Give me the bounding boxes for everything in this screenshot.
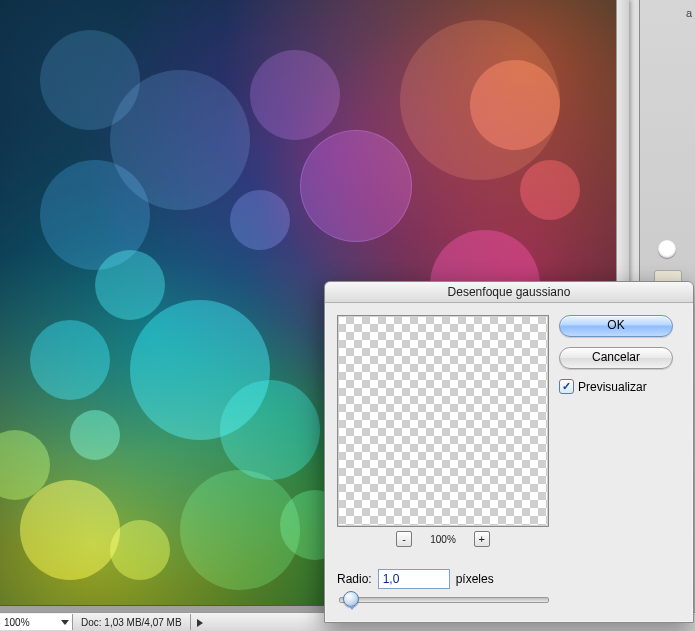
bokeh [110, 520, 170, 580]
zoom-out-button[interactable]: - [396, 531, 412, 547]
preview-zoom-controls: - 100% + [337, 531, 549, 547]
slider-track[interactable] [339, 597, 549, 603]
zoom-value: 100% [4, 617, 30, 628]
gaussian-blur-dialog: Desenfoque gaussiano - 100% + OK Cancela… [324, 281, 694, 623]
bokeh [520, 160, 580, 220]
slider-thumb[interactable] [343, 591, 359, 607]
bokeh [470, 60, 560, 150]
radius-unit: píxeles [456, 572, 494, 586]
doc-size-value: 1,03 MB/4,07 MB [104, 617, 181, 628]
ok-button[interactable]: OK [559, 315, 673, 337]
zoom-level[interactable]: 100% [0, 614, 73, 630]
info-flyout-icon[interactable] [197, 619, 203, 627]
radius-slider[interactable] [339, 597, 549, 603]
doc-label: Doc: [81, 617, 102, 628]
radius-input[interactable] [378, 569, 450, 589]
doc-info[interactable]: Doc: 1,03 MB/4,07 MB [73, 614, 191, 630]
bokeh [20, 480, 120, 580]
bokeh [300, 130, 412, 242]
zoom-dropdown-icon[interactable] [61, 620, 69, 625]
dialog-title: Desenfoque gaussiano [325, 282, 693, 303]
cancel-button[interactable]: Cancelar [559, 347, 673, 369]
bokeh [70, 410, 120, 460]
bokeh [230, 190, 290, 250]
radius-row: Radio: píxeles [337, 569, 494, 589]
zoom-in-button[interactable]: + [474, 531, 490, 547]
preview-checkbox-label: Previsualizar [578, 380, 647, 394]
preview-checkbox[interactable]: ✓ [559, 379, 574, 394]
bokeh [250, 50, 340, 140]
bokeh [30, 320, 110, 400]
bokeh [40, 160, 150, 270]
color-swatch-icon[interactable] [658, 240, 676, 258]
radius-label: Radio: [337, 572, 372, 586]
preview-checkbox-row[interactable]: ✓ Previsualizar [559, 379, 681, 394]
preview-zoom-value: 100% [430, 534, 456, 545]
truncated-label: a [686, 7, 692, 19]
bokeh [220, 380, 320, 480]
filter-preview[interactable] [337, 315, 549, 527]
